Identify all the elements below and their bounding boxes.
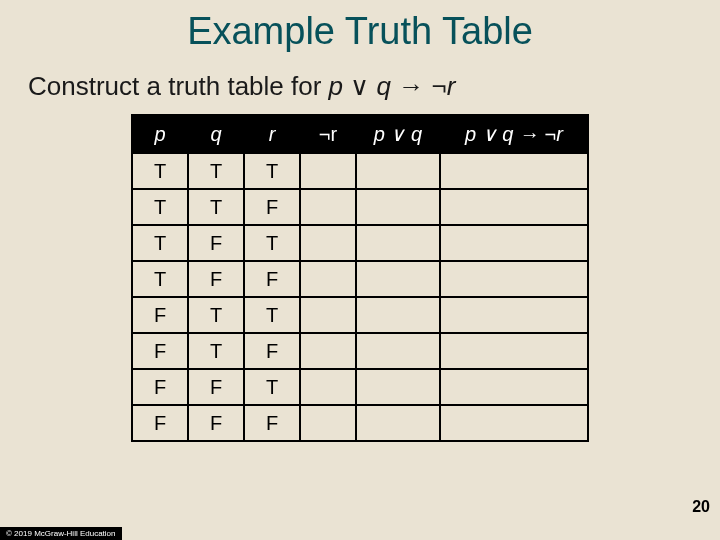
table-row: F F F (132, 405, 588, 441)
cell-q: T (188, 153, 244, 189)
cell-q: T (188, 333, 244, 369)
cell-q: T (188, 189, 244, 225)
cell-p: T (132, 225, 188, 261)
cell-notr (300, 297, 356, 333)
table-row: F T T (132, 297, 588, 333)
cell-notr (300, 261, 356, 297)
col-header-notr: ¬r (300, 115, 356, 153)
cell-r: T (244, 225, 300, 261)
cell-r: F (244, 189, 300, 225)
cell-pvq (356, 153, 440, 189)
cell-r: F (244, 405, 300, 441)
cell-impl (440, 261, 588, 297)
cell-q: F (188, 261, 244, 297)
expr-impl: → ¬ (391, 71, 447, 101)
cell-notr (300, 189, 356, 225)
cell-impl (440, 153, 588, 189)
cell-pvq (356, 369, 440, 405)
cell-impl (440, 189, 588, 225)
col-header-r: r (244, 115, 300, 153)
cell-p: F (132, 333, 188, 369)
table-row: T F F (132, 261, 588, 297)
cell-notr (300, 225, 356, 261)
expr-r: r (447, 71, 456, 101)
cell-notr (300, 153, 356, 189)
cell-notr (300, 405, 356, 441)
slide-title: Example Truth Table (0, 0, 720, 71)
truth-table: p q r ¬r p ∨ q p ∨ q → ¬r T T T T T F T … (131, 114, 589, 442)
col-header-pvq: p ∨ q (356, 115, 440, 153)
cell-pvq (356, 189, 440, 225)
cell-pvq (356, 261, 440, 297)
expr-q: q (377, 71, 391, 101)
cell-notr (300, 333, 356, 369)
cell-pvq (356, 225, 440, 261)
cell-p: T (132, 189, 188, 225)
cell-q: F (188, 225, 244, 261)
cell-q: T (188, 297, 244, 333)
cell-impl (440, 297, 588, 333)
table-row: T F T (132, 225, 588, 261)
cell-impl (440, 333, 588, 369)
table-row: T T T (132, 153, 588, 189)
prompt-text: Construct a truth table for p ∨ q → ¬r (0, 71, 720, 114)
col-header-p: p (132, 115, 188, 153)
expr-or: ∨ (343, 71, 376, 101)
cell-p: T (132, 153, 188, 189)
table-row: F T F (132, 333, 588, 369)
cell-p: F (132, 405, 188, 441)
expr-p: p (329, 71, 343, 101)
cell-impl (440, 405, 588, 441)
cell-p: F (132, 369, 188, 405)
page-number: 20 (692, 498, 710, 516)
cell-q: F (188, 405, 244, 441)
cell-pvq (356, 333, 440, 369)
table-header-row: p q r ¬r p ∨ q p ∨ q → ¬r (132, 115, 588, 153)
col-header-impl: p ∨ q → ¬r (440, 115, 588, 153)
cell-notr (300, 369, 356, 405)
cell-r: F (244, 333, 300, 369)
col-header-q: q (188, 115, 244, 153)
cell-r: T (244, 369, 300, 405)
cell-impl (440, 225, 588, 261)
copyright-label: © 2019 McGraw-Hill Education (0, 527, 122, 540)
cell-pvq (356, 297, 440, 333)
cell-r: T (244, 297, 300, 333)
table-row: F F T (132, 369, 588, 405)
cell-r: F (244, 261, 300, 297)
cell-q: F (188, 369, 244, 405)
cell-p: T (132, 261, 188, 297)
cell-p: F (132, 297, 188, 333)
cell-pvq (356, 405, 440, 441)
cell-r: T (244, 153, 300, 189)
prompt-prefix: Construct a truth table for (28, 71, 329, 101)
cell-impl (440, 369, 588, 405)
table-row: T T F (132, 189, 588, 225)
